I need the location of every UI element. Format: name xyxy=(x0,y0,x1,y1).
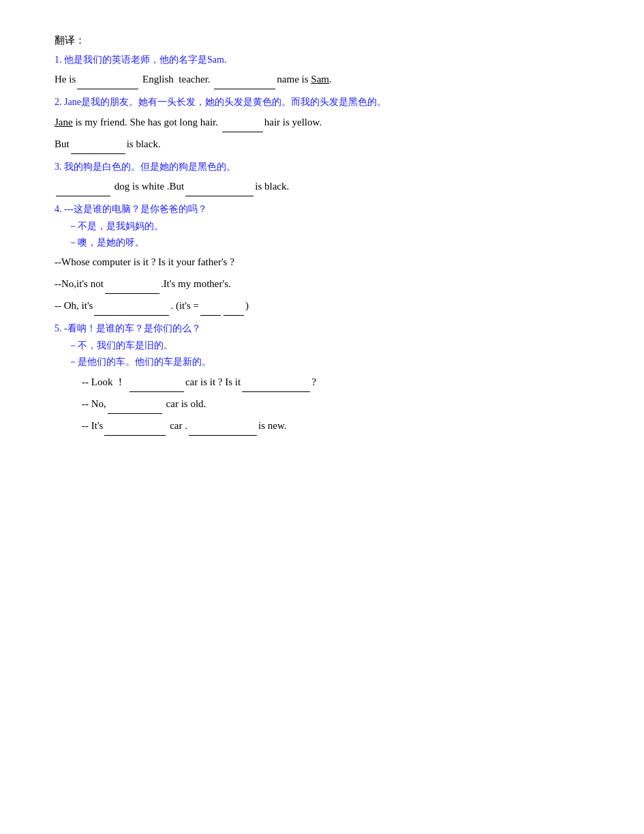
item-3: 3. 我的狗是白色的。但是她的狗是黑色的。 dog is white .Buti… xyxy=(55,160,603,196)
item-5-chinese1: 5. -看呐！是谁的车？是你们的么？ xyxy=(55,321,603,336)
item-5-english-line3: -- It's car .is new. xyxy=(82,415,603,436)
item-5-english-line1: -- Look ！ car is it ? Is it? xyxy=(82,372,603,392)
item-1: 1. 他是我们的英语老师，他的名字是Sam. He is English tea… xyxy=(55,53,603,89)
item-2-chinese: 2. Jane是我的朋友。她有一头长发，她的头发是黄色的。而我的头发是黑色的。 xyxy=(55,95,603,110)
item-1-number: 1. 他是我们的英语老师，他的名字是Sam. xyxy=(55,53,603,68)
item-4: 4. ---这是谁的电脑？是你爸爸的吗？ －不是，是我妈妈的。 －噢，是她的呀。… xyxy=(55,202,603,316)
item-2-english-line2: Butis black. xyxy=(55,134,603,154)
item-4-english-line3: -- Oh, it's. (it's =) xyxy=(55,295,603,316)
item-4-english-line1: --Whose computer is it ? Is it your fath… xyxy=(55,252,603,272)
item-5-english-line2: -- No, car is old. xyxy=(82,393,603,414)
item-2: 2. Jane是我的朋友。她有一头长发，她的头发是黄色的。而我的头发是黑色的。 … xyxy=(55,95,603,153)
item-5-chinese3: －是他们的车。他们的车是新的。 xyxy=(68,355,603,370)
item-3-english: dog is white .Butis black. xyxy=(55,176,603,196)
item-4-english-line2: --No,it's not.It's my mother's. xyxy=(55,273,603,294)
item-1-english: He is English teacher. name is Sam. xyxy=(55,69,603,89)
page-content: 翻译： 1. 他是我们的英语老师，他的名字是Sam. He is English… xyxy=(55,34,603,436)
page-title: 翻译： xyxy=(55,34,603,47)
item-5-chinese2: －不，我们的车是旧的。 xyxy=(68,338,603,353)
item-4-chinese1: 4. ---这是谁的电脑？是你爸爸的吗？ xyxy=(55,202,603,217)
item-5: 5. -看呐！是谁的车？是你们的么？ －不，我们的车是旧的。 －是他们的车。他们… xyxy=(55,321,603,435)
item-3-chinese: 3. 我的狗是白色的。但是她的狗是黑色的。 xyxy=(55,160,603,175)
item-4-chinese3: －噢，是她的呀。 xyxy=(68,235,603,250)
item-4-chinese2: －不是，是我妈妈的。 xyxy=(68,219,603,234)
item-2-english-line1: Jane is my friend. She has got long hair… xyxy=(55,112,603,132)
